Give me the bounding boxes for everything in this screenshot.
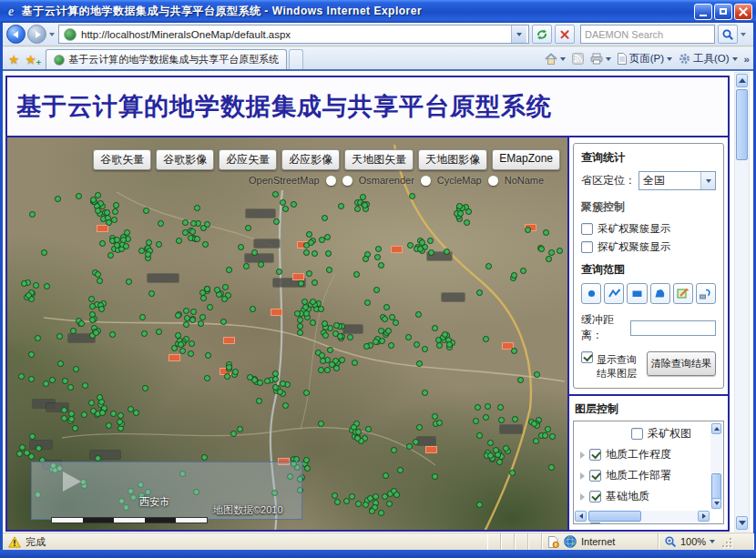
layer-checkbox[interactable] bbox=[631, 428, 643, 440]
favorites-button[interactable]: ★ bbox=[6, 52, 24, 69]
page-menu-button[interactable]: 页面(P) bbox=[618, 52, 672, 66]
map-canvas[interactable]: 谷歌矢量谷歌影像必应矢量必应影像天地图矢量天地图影像EMapZone OpenS… bbox=[7, 137, 567, 530]
close-icon bbox=[739, 7, 748, 16]
layer-row[interactable]: 采矿权图 bbox=[575, 423, 709, 444]
address-field[interactable] bbox=[58, 25, 529, 44]
map-marker bbox=[297, 330, 303, 336]
address-input[interactable] bbox=[79, 28, 511, 41]
map-marker bbox=[373, 493, 379, 500]
query-tool-polygon-button[interactable] bbox=[650, 283, 670, 304]
map-marker bbox=[198, 320, 204, 327]
basemap-button[interactable]: 谷歌影像 bbox=[156, 149, 214, 170]
tools-menu-button[interactable]: 工具(O) bbox=[679, 52, 738, 66]
map-marker bbox=[415, 311, 422, 318]
layer-row[interactable]: 基础地质 bbox=[575, 486, 709, 507]
cluster-checkbox[interactable] bbox=[581, 223, 593, 235]
scroll-up-button[interactable] bbox=[711, 423, 721, 434]
tab-favicon-icon bbox=[54, 55, 65, 66]
map-marker bbox=[388, 342, 394, 349]
refresh-button[interactable] bbox=[532, 25, 552, 44]
scroll-left-button[interactable] bbox=[575, 511, 587, 522]
scroll-right-button[interactable] bbox=[698, 511, 710, 522]
search-input[interactable] bbox=[581, 29, 714, 40]
hscroll-thumb[interactable] bbox=[588, 511, 641, 522]
map-poi-chip bbox=[391, 246, 403, 253]
query-tool-clear-button[interactable] bbox=[696, 283, 716, 304]
query-tool-polyline-button[interactable] bbox=[604, 283, 624, 304]
province-select[interactable]: 全国 bbox=[639, 171, 716, 190]
page-scroll-up-button[interactable] bbox=[736, 74, 748, 87]
osm-radio[interactable] bbox=[342, 176, 352, 186]
map-marker bbox=[126, 279, 132, 285]
listbox-vscroll[interactable] bbox=[710, 422, 722, 510]
resize-grip[interactable] bbox=[720, 536, 731, 547]
maximize-button[interactable] bbox=[714, 4, 732, 20]
home-button[interactable] bbox=[545, 53, 566, 65]
search-button[interactable] bbox=[718, 25, 738, 44]
query-tool-polygon-edit-button[interactable] bbox=[673, 283, 693, 304]
basemap-button[interactable]: EMapZone bbox=[492, 149, 560, 170]
basemap-button[interactable]: 谷歌矢量 bbox=[93, 149, 151, 170]
zoom-pane[interactable]: 100% bbox=[659, 533, 753, 550]
map-marker bbox=[483, 414, 489, 421]
security-icon[interactable] bbox=[547, 536, 559, 548]
layer-checkbox[interactable] bbox=[589, 449, 601, 461]
print-button[interactable] bbox=[590, 53, 611, 65]
query-tool-point-button[interactable] bbox=[581, 283, 601, 304]
layer-listbox[interactable]: 采矿权图地质工作程度地质工作部署基础地质基础地理250万地质图ArcGIS On… bbox=[573, 421, 724, 524]
osm-radio[interactable] bbox=[421, 176, 431, 186]
layer-row[interactable]: 地质工作部署 bbox=[575, 465, 709, 486]
listbox-hscroll[interactable] bbox=[575, 511, 710, 522]
layer-row[interactable]: 地质工作程度 bbox=[575, 444, 709, 465]
map-poi-chip bbox=[169, 354, 180, 361]
expander-triangle-icon[interactable] bbox=[580, 451, 585, 459]
address-dropdown[interactable] bbox=[511, 25, 526, 43]
query-box: 查询统计 省区定位： 全国 聚簇控制 采矿权聚簇显示探矿权聚簇显示 查询范围 bbox=[573, 143, 724, 389]
cluster-option: 采矿权聚簇显示 bbox=[581, 220, 716, 237]
history-dropdown[interactable] bbox=[49, 33, 55, 36]
select-dropdown[interactable] bbox=[700, 172, 715, 189]
cluster-checkbox[interactable] bbox=[581, 241, 593, 253]
add-favorite-button[interactable]: ★+ bbox=[24, 52, 41, 69]
feeds-button[interactable] bbox=[572, 53, 584, 65]
map-marker bbox=[373, 287, 380, 293]
title-bar[interactable]: e 基于云计算的地学数据集成与共享平台原型系统 - Windows Intern… bbox=[0, 0, 756, 23]
tab-active[interactable]: 基于云计算的地学数据集成与共享平台原型系统 bbox=[46, 49, 287, 69]
basemap-button[interactable]: 必应影像 bbox=[281, 149, 340, 170]
layer-checkbox[interactable] bbox=[589, 491, 601, 502]
search-box[interactable] bbox=[580, 25, 715, 44]
expander-triangle-icon[interactable] bbox=[580, 472, 585, 480]
page-scroll-thumb[interactable] bbox=[736, 89, 748, 160]
close-button[interactable] bbox=[734, 4, 752, 20]
minimize-button[interactable] bbox=[694, 4, 712, 20]
search-options-dropdown[interactable] bbox=[741, 33, 746, 36]
scroll-down-button[interactable] bbox=[711, 498, 721, 509]
osm-radio[interactable] bbox=[326, 176, 336, 186]
overflow-chevron[interactable]: » bbox=[744, 54, 750, 65]
expander-triangle-icon[interactable] bbox=[580, 493, 585, 501]
show-result-checkbox[interactable] bbox=[581, 351, 593, 363]
back-button[interactable] bbox=[6, 25, 26, 44]
new-tab-stub[interactable] bbox=[289, 49, 303, 69]
map-marker bbox=[534, 371, 540, 378]
map-marker bbox=[383, 472, 389, 479]
page-scroll-down-button[interactable] bbox=[736, 516, 748, 530]
query-tool-rectangle-button[interactable] bbox=[627, 283, 647, 304]
basemap-button[interactable]: 必应矢量 bbox=[219, 149, 277, 170]
window-border-left bbox=[0, 22, 3, 558]
basemap-button[interactable]: 天地图影像 bbox=[418, 149, 487, 170]
clear-results-button[interactable]: 清除查询结果 bbox=[647, 351, 716, 376]
page-scrollbar[interactable] bbox=[734, 72, 750, 532]
map-marker bbox=[543, 229, 549, 236]
map-marker bbox=[322, 215, 328, 221]
zoom-dropdown[interactable] bbox=[710, 540, 715, 543]
buffer-input[interactable] bbox=[630, 320, 716, 336]
triangle-down-icon bbox=[739, 521, 746, 525]
basemap-button[interactable]: 天地图矢量 bbox=[344, 149, 414, 170]
map-marker bbox=[224, 373, 230, 380]
map-marker bbox=[112, 208, 118, 215]
osm-radio[interactable] bbox=[488, 176, 498, 186]
stop-button[interactable] bbox=[555, 25, 575, 44]
layer-checkbox[interactable] bbox=[589, 470, 601, 482]
forward-button[interactable] bbox=[27, 25, 46, 44]
